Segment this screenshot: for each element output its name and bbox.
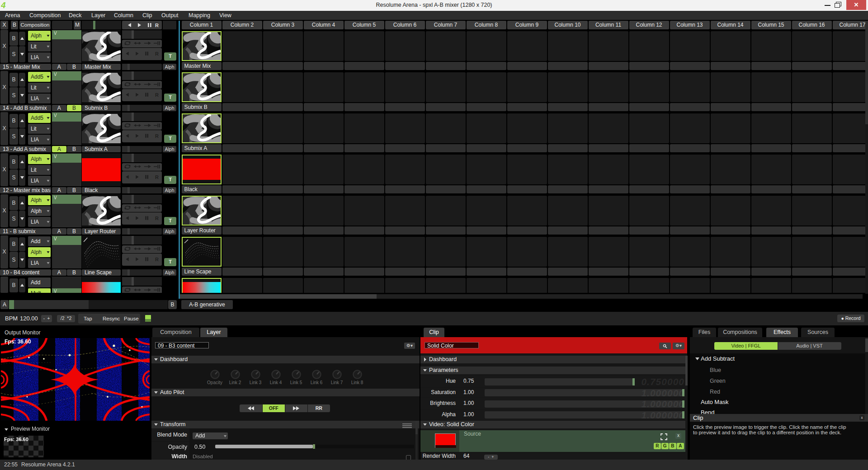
svg-text:R: R <box>155 23 159 28</box>
